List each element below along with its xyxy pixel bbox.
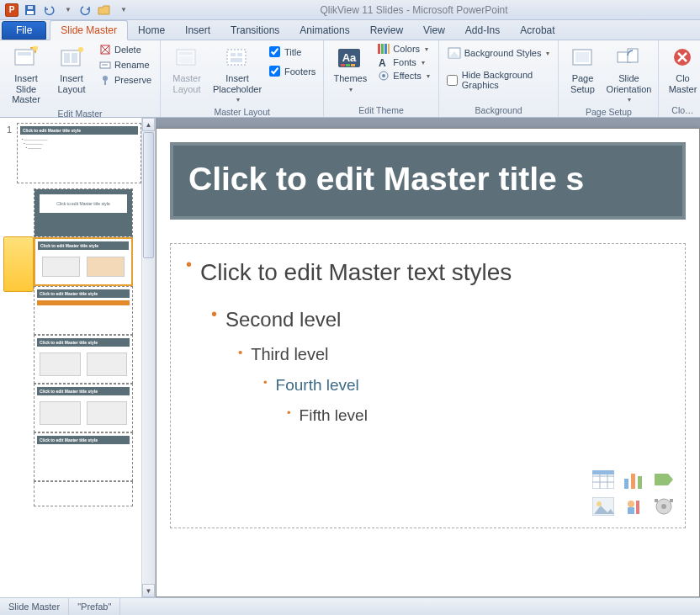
thumb-master[interactable]: Click to edit Master title style • —————… xyxy=(17,123,141,183)
svg-rect-32 xyxy=(388,44,390,54)
bullet-icon: • xyxy=(211,305,217,322)
undo-icon[interactable] xyxy=(40,3,57,18)
tab-acrobat[interactable]: Acrobat xyxy=(510,21,565,40)
group-master-layout: Master Layout Insert Placeholder▾ Title … xyxy=(161,40,324,117)
tab-insert[interactable]: Insert xyxy=(175,21,220,40)
tab-file[interactable]: File xyxy=(2,21,46,40)
svg-rect-38 xyxy=(575,52,589,62)
slide-editor[interactable]: Click to edit Master title s •Click to e… xyxy=(156,118,700,597)
status-view-mode[interactable]: Slide Master xyxy=(0,598,69,615)
status-layout-name[interactable]: "Prefab" xyxy=(69,598,120,615)
svg-rect-7 xyxy=(64,53,70,63)
preserve-icon xyxy=(99,74,111,86)
tab-view[interactable]: View xyxy=(413,21,455,40)
thumb-layout-7[interactable] xyxy=(34,481,133,506)
preserve-button[interactable]: Preserve xyxy=(96,73,155,87)
thumb-layout-1[interactable]: Click to edit Master title style xyxy=(34,188,133,237)
group-title-close: Clo… xyxy=(664,103,700,117)
svg-rect-49 xyxy=(592,470,614,475)
status-bar: Slide Master "Prefab" xyxy=(0,597,700,615)
tab-transitions[interactable]: Transitions xyxy=(220,21,289,40)
colors-button[interactable]: Colors▾ xyxy=(374,43,432,55)
svg-rect-50 xyxy=(624,479,628,489)
svg-text:A: A xyxy=(379,57,386,67)
bullet-icon: • xyxy=(238,346,242,358)
insert-clipart-icon[interactable] xyxy=(621,496,646,517)
insert-media-icon[interactable] xyxy=(651,496,676,517)
svg-rect-22 xyxy=(237,53,242,56)
save-icon[interactable] xyxy=(22,3,39,18)
close-icon xyxy=(669,45,696,72)
undo-dropdown-icon[interactable]: ▼ xyxy=(59,3,76,18)
svg-rect-3 xyxy=(15,50,34,65)
title-bar: P ▼ ▼ QlikView 11 Slides - Microsoft Pow… xyxy=(0,0,700,20)
page-setup-button[interactable]: Page Setup xyxy=(564,43,601,96)
thumb-layout-2-selected[interactable]: Click to edit Master title style xyxy=(34,237,133,286)
tab-animations[interactable]: Animations xyxy=(289,21,359,40)
thumbnail-list[interactable]: 1 Click to edit Master title style • ———… xyxy=(0,118,141,597)
app-badge[interactable]: P xyxy=(3,3,20,18)
fonts-button[interactable]: AFonts▾ xyxy=(374,56,432,68)
bullet-icon: • xyxy=(287,407,291,418)
svg-rect-52 xyxy=(638,476,642,489)
thumb-scrollbar[interactable]: ▲ ▼ xyxy=(141,118,155,597)
open-icon[interactable] xyxy=(96,3,113,18)
rename-icon xyxy=(99,59,111,71)
layout-icon xyxy=(58,45,85,72)
insert-slide-master-button[interactable]: Insert Slide Master xyxy=(5,43,47,107)
master-title-placeholder[interactable]: Click to edit Master title s xyxy=(170,142,686,220)
qat-customize-icon[interactable]: ▼ xyxy=(114,3,131,18)
quick-access-toolbar: P ▼ ▼ xyxy=(3,3,131,18)
svg-rect-23 xyxy=(231,58,242,62)
bgstyles-icon xyxy=(448,47,461,59)
title-checkbox[interactable]: Title xyxy=(267,45,318,59)
thumb-layout-6[interactable]: Click to edit Master title style xyxy=(34,432,133,481)
themes-button[interactable]: Aa Themes▾ xyxy=(329,43,371,95)
slide-canvas[interactable]: Click to edit Master title s •Click to e… xyxy=(156,128,700,597)
hide-bg-checkbox[interactable]: Hide Background Graphics xyxy=(444,68,554,92)
svg-rect-31 xyxy=(384,44,387,54)
colors-icon xyxy=(378,44,390,54)
window-title: QlikView 11 Slides - Microsoft PowerPoin… xyxy=(131,4,697,16)
tab-review[interactable]: Review xyxy=(360,21,413,40)
content-placeholder-picker xyxy=(591,469,676,517)
svg-rect-60 xyxy=(655,499,658,502)
slide-orientation-button[interactable]: Slide Orientation▾ xyxy=(604,43,653,105)
insert-table-icon[interactable] xyxy=(591,469,616,490)
body-l3: Third level xyxy=(251,342,328,367)
insert-smartart-icon[interactable] xyxy=(651,469,676,490)
scroll-thumb[interactable] xyxy=(143,132,154,258)
svg-rect-61 xyxy=(670,499,673,502)
delete-button[interactable]: Delete xyxy=(96,43,155,56)
thumb-layout-4[interactable]: Click to edit Master title style xyxy=(34,335,133,384)
scroll-down-icon[interactable]: ▼ xyxy=(142,584,155,597)
svg-point-9 xyxy=(78,47,83,52)
fonts-icon: A xyxy=(378,57,390,67)
insert-placeholder-button[interactable]: Insert Placeholder▾ xyxy=(211,43,263,105)
group-edit-theme: Aa Themes▾ Colors▾ AFonts▾ Effects▾ Edit… xyxy=(324,40,438,117)
master-body-placeholder[interactable]: •Click to edit Master text styles •Secon… xyxy=(170,243,686,528)
tab-slide-master[interactable]: Slide Master xyxy=(50,20,128,40)
bullet-icon: • xyxy=(263,377,268,388)
svg-rect-30 xyxy=(381,44,384,54)
svg-point-59 xyxy=(661,504,666,509)
tab-home[interactable]: Home xyxy=(128,21,175,40)
insert-picture-icon[interactable] xyxy=(591,496,616,517)
scroll-up-icon[interactable]: ▲ xyxy=(142,118,155,131)
background-styles-button[interactable]: Background Styles▾ xyxy=(444,46,554,60)
svg-rect-2 xyxy=(28,6,33,9)
redo-icon[interactable] xyxy=(77,3,94,18)
body-l5: Fifth level xyxy=(300,404,368,427)
insert-chart-icon[interactable] xyxy=(621,469,646,490)
svg-rect-29 xyxy=(378,44,380,54)
effects-button[interactable]: Effects▾ xyxy=(374,70,432,82)
ribbon: Insert Slide Master Insert Layout Delete… xyxy=(0,40,700,118)
svg-rect-16 xyxy=(104,80,106,85)
close-master-button[interactable]: Clo Master xyxy=(664,43,700,96)
tab-addins[interactable]: Add-Ins xyxy=(455,21,510,40)
footers-checkbox[interactable]: Footers xyxy=(267,64,318,78)
thumb-layout-5[interactable]: Click to edit Master title style xyxy=(34,384,133,432)
insert-layout-button[interactable]: Insert Layout xyxy=(50,43,93,96)
rename-button[interactable]: Rename xyxy=(96,58,155,72)
thumb-layout-3[interactable]: Click to edit Master title style xyxy=(34,286,133,335)
